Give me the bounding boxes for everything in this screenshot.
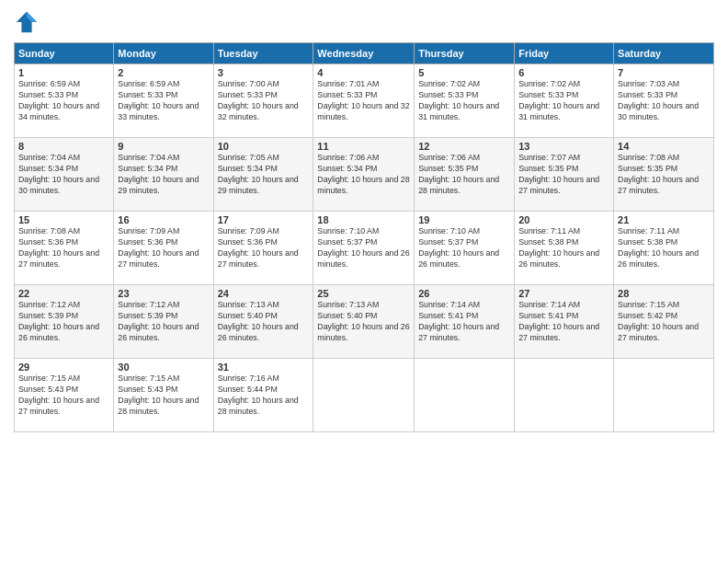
day-cell: 21Sunrise: 7:11 AMSunset: 5:38 PMDayligh… bbox=[614, 212, 714, 285]
day-number: 18 bbox=[317, 214, 410, 225]
day-info: Sunrise: 7:04 AMSunset: 5:34 PMDaylight:… bbox=[118, 153, 209, 197]
day-info: Sunrise: 7:08 AMSunset: 5:35 PMDaylight:… bbox=[618, 153, 710, 197]
day-number: 15 bbox=[18, 214, 109, 225]
day-info: Sunrise: 7:15 AMSunset: 5:42 PMDaylight:… bbox=[618, 300, 710, 344]
day-number: 22 bbox=[18, 288, 109, 299]
day-info: Sunrise: 7:07 AMSunset: 5:35 PMDaylight:… bbox=[518, 153, 609, 197]
day-info: Sunrise: 7:15 AMSunset: 5:43 PMDaylight:… bbox=[118, 373, 209, 418]
day-number: 31 bbox=[218, 362, 310, 373]
day-number: 7 bbox=[618, 67, 710, 78]
weekday-friday: Friday bbox=[515, 43, 614, 64]
day-info: Sunrise: 7:10 AMSunset: 5:37 PMDaylight:… bbox=[418, 226, 510, 270]
day-cell: 28Sunrise: 7:15 AMSunset: 5:42 PMDayligh… bbox=[614, 285, 714, 359]
day-number: 16 bbox=[118, 214, 209, 225]
day-number: 4 bbox=[317, 67, 410, 78]
weekday-sunday: Sunday bbox=[15, 43, 114, 64]
day-cell: 18Sunrise: 7:10 AMSunset: 5:37 PMDayligh… bbox=[313, 212, 415, 285]
day-info: Sunrise: 7:06 AMSunset: 5:35 PMDaylight:… bbox=[418, 153, 510, 197]
day-cell: 20Sunrise: 7:11 AMSunset: 5:38 PMDayligh… bbox=[515, 212, 614, 285]
day-number: 10 bbox=[218, 141, 310, 152]
header bbox=[14, 9, 714, 35]
day-cell: 14Sunrise: 7:08 AMSunset: 5:35 PMDayligh… bbox=[614, 138, 714, 212]
day-cell: 27Sunrise: 7:14 AMSunset: 5:41 PMDayligh… bbox=[515, 285, 614, 359]
day-info: Sunrise: 7:12 AMSunset: 5:39 PMDaylight:… bbox=[118, 300, 209, 344]
week-row-4: 22Sunrise: 7:12 AMSunset: 5:39 PMDayligh… bbox=[15, 285, 714, 359]
day-info: Sunrise: 7:16 AMSunset: 5:44 PMDaylight:… bbox=[218, 373, 310, 418]
day-number: 6 bbox=[518, 67, 609, 78]
day-info: Sunrise: 7:10 AMSunset: 5:37 PMDaylight:… bbox=[317, 226, 410, 270]
day-cell: 13Sunrise: 7:07 AMSunset: 5:35 PMDayligh… bbox=[515, 138, 614, 212]
day-number: 3 bbox=[218, 67, 310, 78]
week-row-5: 29Sunrise: 7:15 AMSunset: 5:43 PMDayligh… bbox=[15, 359, 714, 432]
weekday-header-row: SundayMondayTuesdayWednesdayThursdayFrid… bbox=[15, 43, 714, 64]
day-info: Sunrise: 7:04 AMSunset: 5:34 PMDaylight:… bbox=[18, 153, 109, 197]
day-info: Sunrise: 7:13 AMSunset: 5:40 PMDaylight:… bbox=[317, 300, 410, 344]
day-cell bbox=[614, 359, 714, 432]
day-number: 5 bbox=[418, 67, 510, 78]
day-cell: 24Sunrise: 7:13 AMSunset: 5:40 PMDayligh… bbox=[213, 285, 313, 359]
day-number: 8 bbox=[18, 141, 109, 152]
day-cell: 12Sunrise: 7:06 AMSunset: 5:35 PMDayligh… bbox=[415, 138, 515, 212]
day-cell: 9Sunrise: 7:04 AMSunset: 5:34 PMDaylight… bbox=[114, 138, 213, 212]
day-number: 2 bbox=[118, 67, 209, 78]
day-number: 23 bbox=[118, 288, 209, 299]
day-cell: 5Sunrise: 7:02 AMSunset: 5:33 PMDaylight… bbox=[415, 64, 515, 138]
day-info: Sunrise: 7:13 AMSunset: 5:40 PMDaylight:… bbox=[218, 300, 310, 344]
day-cell: 3Sunrise: 7:00 AMSunset: 5:33 PMDaylight… bbox=[213, 64, 313, 138]
day-cell: 25Sunrise: 7:13 AMSunset: 5:40 PMDayligh… bbox=[313, 285, 415, 359]
weekday-thursday: Thursday bbox=[415, 43, 515, 64]
day-number: 30 bbox=[118, 362, 209, 373]
day-cell: 22Sunrise: 7:12 AMSunset: 5:39 PMDayligh… bbox=[15, 285, 114, 359]
day-cell: 1Sunrise: 6:59 AMSunset: 5:33 PMDaylight… bbox=[15, 64, 114, 138]
day-cell: 8Sunrise: 7:04 AMSunset: 5:34 PMDaylight… bbox=[15, 138, 114, 212]
day-number: 12 bbox=[418, 141, 510, 152]
day-cell: 2Sunrise: 6:59 AMSunset: 5:33 PMDaylight… bbox=[114, 64, 213, 138]
day-info: Sunrise: 7:01 AMSunset: 5:33 PMDaylight:… bbox=[317, 79, 410, 123]
day-number: 29 bbox=[18, 362, 109, 373]
day-number: 11 bbox=[317, 141, 410, 152]
day-cell: 4Sunrise: 7:01 AMSunset: 5:33 PMDaylight… bbox=[313, 64, 415, 138]
day-cell bbox=[515, 359, 614, 432]
weekday-wednesday: Wednesday bbox=[313, 43, 415, 64]
page: SundayMondayTuesdayWednesdayThursdayFrid… bbox=[0, 0, 728, 442]
day-cell: 30Sunrise: 7:15 AMSunset: 5:43 PMDayligh… bbox=[114, 359, 213, 432]
day-info: Sunrise: 6:59 AMSunset: 5:33 PMDaylight:… bbox=[18, 79, 109, 123]
day-number: 17 bbox=[218, 214, 310, 225]
day-number: 19 bbox=[418, 214, 510, 225]
day-info: Sunrise: 7:09 AMSunset: 5:36 PMDaylight:… bbox=[118, 226, 209, 270]
day-cell bbox=[415, 359, 515, 432]
day-info: Sunrise: 7:14 AMSunset: 5:41 PMDaylight:… bbox=[518, 300, 609, 344]
logo bbox=[14, 9, 43, 35]
day-cell: 23Sunrise: 7:12 AMSunset: 5:39 PMDayligh… bbox=[114, 285, 213, 359]
week-row-2: 8Sunrise: 7:04 AMSunset: 5:34 PMDaylight… bbox=[15, 138, 714, 212]
day-info: Sunrise: 7:12 AMSunset: 5:39 PMDaylight:… bbox=[18, 300, 109, 344]
day-cell: 16Sunrise: 7:09 AMSunset: 5:36 PMDayligh… bbox=[114, 212, 213, 285]
day-cell: 29Sunrise: 7:15 AMSunset: 5:43 PMDayligh… bbox=[15, 359, 114, 432]
day-number: 27 bbox=[518, 288, 609, 299]
day-number: 14 bbox=[618, 141, 710, 152]
day-cell: 6Sunrise: 7:02 AMSunset: 5:33 PMDaylight… bbox=[515, 64, 614, 138]
day-number: 25 bbox=[317, 288, 410, 299]
day-info: Sunrise: 6:59 AMSunset: 5:33 PMDaylight:… bbox=[118, 79, 209, 123]
day-cell: 31Sunrise: 7:16 AMSunset: 5:44 PMDayligh… bbox=[213, 359, 313, 432]
calendar-table: SundayMondayTuesdayWednesdayThursdayFrid… bbox=[14, 42, 714, 432]
day-info: Sunrise: 7:05 AMSunset: 5:34 PMDaylight:… bbox=[218, 153, 310, 197]
day-cell: 17Sunrise: 7:09 AMSunset: 5:36 PMDayligh… bbox=[213, 212, 313, 285]
day-info: Sunrise: 7:08 AMSunset: 5:36 PMDaylight:… bbox=[18, 226, 109, 270]
weekday-saturday: Saturday bbox=[614, 43, 714, 64]
day-number: 21 bbox=[618, 214, 710, 225]
weekday-tuesday: Tuesday bbox=[213, 43, 313, 64]
day-info: Sunrise: 7:03 AMSunset: 5:33 PMDaylight:… bbox=[618, 79, 710, 123]
day-number: 20 bbox=[518, 214, 609, 225]
day-info: Sunrise: 7:02 AMSunset: 5:33 PMDaylight:… bbox=[418, 79, 510, 123]
day-number: 26 bbox=[418, 288, 510, 299]
day-info: Sunrise: 7:11 AMSunset: 5:38 PMDaylight:… bbox=[618, 226, 710, 270]
day-info: Sunrise: 7:15 AMSunset: 5:43 PMDaylight:… bbox=[18, 373, 109, 418]
day-number: 13 bbox=[518, 141, 609, 152]
day-cell: 19Sunrise: 7:10 AMSunset: 5:37 PMDayligh… bbox=[415, 212, 515, 285]
day-number: 28 bbox=[618, 288, 710, 299]
week-row-3: 15Sunrise: 7:08 AMSunset: 5:36 PMDayligh… bbox=[15, 212, 714, 285]
day-info: Sunrise: 7:09 AMSunset: 5:36 PMDaylight:… bbox=[218, 226, 310, 270]
day-cell: 11Sunrise: 7:06 AMSunset: 5:34 PMDayligh… bbox=[313, 138, 415, 212]
logo-icon bbox=[14, 9, 40, 35]
